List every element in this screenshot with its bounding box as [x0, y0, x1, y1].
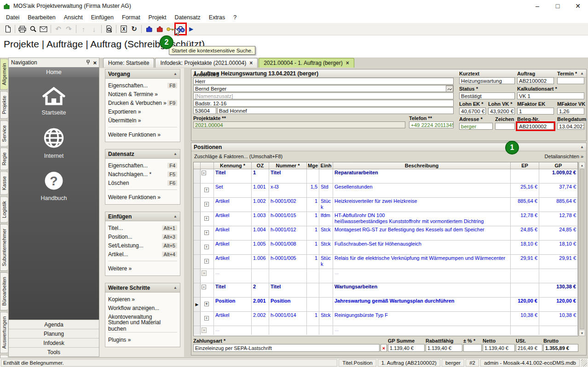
table-row[interactable]: ▶ + Set 1.001 x-l3 1,5 Std Gesellenstund… — [194, 184, 578, 198]
menu-item[interactable]: Extras — [205, 13, 229, 22]
module-tab[interactable]: Regie — [0, 148, 8, 170]
action-item[interactable]: Weitere » — [108, 264, 177, 273]
action-item[interactable]: Übermitteln » — [108, 116, 177, 125]
plugin-blue-icon[interactable] — [144, 24, 154, 34]
tree-toggle[interactable]: + — [201, 226, 214, 240]
tab-close-icon[interactable]: × — [249, 60, 253, 66]
close-button[interactable]: ✕ — [568, 0, 588, 12]
navigate-down-icon[interactable]: ↓ — [89, 24, 99, 34]
action-item[interactable]: Stunden und Material buchen — [108, 321, 177, 330]
clear-payment-icon[interactable]: × — [380, 344, 387, 352]
beleg-nr-field[interactable]: AB2100002 — [517, 123, 554, 130]
zeichen-field[interactable] — [495, 123, 515, 130]
termin-field[interactable] — [557, 77, 584, 84]
module-tab[interactable]: Büroarbeiten — [0, 272, 8, 310]
name-field[interactable]: Bernd Berger — [193, 85, 454, 92]
document-tab[interactable]: 2021.00004 - 1. Auftrag (berger) × — [259, 58, 354, 68]
col-gp[interactable]: GP — [539, 162, 578, 169]
action-item[interactable]: Nachschlagen... * F5 — [108, 170, 177, 178]
scroll-down-icon[interactable]: ▼ — [579, 330, 585, 336]
tree-toggle[interactable]: + — [201, 212, 214, 226]
tree-toggle[interactable]: + — [201, 241, 214, 254]
zip-field[interactable]: 53604 — [193, 107, 216, 114]
col-ep[interactable]: EP — [511, 162, 539, 169]
action-item[interactable]: Exportieren » — [108, 107, 177, 116]
kalkulationsart-field[interactable]: VK 1 — [517, 92, 584, 99]
scroll-up-icon[interactable]: ▲ — [579, 162, 585, 168]
adresse-field[interactable]: berger — [459, 123, 493, 130]
mfaktor-ek-field[interactable]: 1 — [517, 108, 554, 115]
document-search-icon[interactable] — [104, 24, 114, 34]
tree-toggle[interactable]: + — [201, 298, 214, 311]
module-tab[interactable]: Subunternehmer — [0, 224, 8, 271]
action-item[interactable]: Kopieren » — [108, 295, 177, 304]
table-scrollbar[interactable]: ▲ ▼ — [579, 162, 585, 336]
scrollbar-thumb[interactable] — [580, 169, 584, 329]
action-item[interactable]: Titel... Alt+1 — [108, 224, 177, 232]
table-row[interactable]: ▶ + Artikel 1.002 h-0001/002 1 Stück Hei… — [194, 198, 578, 212]
plugin-red-icon[interactable] — [155, 24, 164, 34]
table-row[interactable]: ▶ » ... ... — [194, 326, 578, 335]
table-row[interactable]: ▶ + Artikel 1.003 h-0001/015 1 lfdm HT-A… — [194, 212, 578, 226]
tab-close-icon[interactable]: × — [346, 60, 349, 66]
tree-toggle[interactable]: + — [201, 255, 214, 269]
mfaktor-vk-field[interactable]: 1,26 — [557, 108, 584, 115]
table-row[interactable]: ▶ + Artikel 2.002 h-0001/014 1 Stck Rein… — [194, 312, 578, 326]
projektakte-field[interactable]: 2021.00004 — [193, 121, 405, 128]
action-item[interactable]: Drucken & Verbuchen » F9 — [108, 98, 177, 107]
telefon-field[interactable]: +49 2224 2011345 — [409, 121, 454, 128]
col-beschreibung[interactable]: Beschreibung — [333, 162, 511, 169]
action-item[interactable]: Löschen F6 — [108, 178, 177, 187]
lohn-ek-field[interactable]: 40,6700 € — [459, 108, 486, 115]
prozent-field[interactable] — [463, 344, 482, 352]
tree-toggle[interactable]: + — [201, 312, 214, 326]
collapse-arrow-icon[interactable]: ▲ — [173, 214, 177, 218]
table-row[interactable]: ▶ − Titel 2 Titel Wartungsarbeiten 130,3… — [194, 283, 578, 298]
menu-item[interactable]: Format — [118, 13, 144, 22]
tree-toggle[interactable]: − — [201, 283, 214, 297]
nav-bottom-item[interactable]: Tools — [9, 347, 99, 356]
menu-item[interactable]: Einfügen — [87, 13, 118, 22]
minimize-button[interactable]: – — [527, 0, 548, 12]
action-item[interactable]: Plugins » — [108, 335, 177, 344]
menu-item[interactable]: Datei — [2, 13, 23, 22]
collapse-arrow-icon[interactable]: ▲ — [173, 72, 177, 76]
col-kennung[interactable]: Kennung * — [214, 162, 252, 169]
nav-bottom-item[interactable]: Agenda — [9, 320, 99, 329]
action-item[interactable]: Eigenschaften... F8 — [108, 81, 177, 90]
collapse-arrow-icon[interactable]: ▲ — [173, 152, 177, 156]
collapse-arrow-icon[interactable]: ▲ — [580, 145, 584, 149]
module-tab[interactable]: Kasse — [0, 172, 8, 195]
document-tab[interactable]: Home: Startseite × — [103, 58, 154, 68]
belegdatum-field[interactable]: 13.04.2021 — [557, 123, 584, 130]
key-lookup-icon[interactable] — [165, 24, 175, 34]
navigate-up-icon[interactable]: ↑ — [79, 24, 88, 34]
excel-export-icon[interactable]: X — [119, 24, 128, 34]
table-row[interactable]: ▶ + Artikel 1.004 h-0001/012 1 Stck Mont… — [194, 226, 578, 241]
menu-item[interactable]: Ansicht — [60, 13, 87, 22]
nav-shortcut[interactable]: Internet — [43, 127, 65, 159]
print-icon[interactable] — [17, 24, 27, 34]
refresh-icon[interactable]: ↻ — [129, 24, 139, 34]
name-suffix-field[interactable]: [Namenszusatz] — [193, 92, 454, 99]
menu-item[interactable]: ? — [229, 13, 241, 22]
module-tab[interactable]: Logistik — [0, 196, 8, 223]
close-icon[interactable]: × — [93, 59, 97, 66]
salutation-field[interactable]: Herr — [193, 78, 454, 85]
city-field[interactable]: Bad Honnef — [217, 107, 454, 114]
signature-edit-icon[interactable] — [446, 86, 453, 92]
tree-toggle[interactable]: » — [201, 326, 214, 335]
tree-toggle[interactable]: » — [201, 269, 214, 283]
tree-toggle[interactable]: + — [201, 184, 214, 197]
module-tab[interactable]: Auswertungen — [0, 312, 8, 353]
undo-icon[interactable]: ↶ — [53, 24, 63, 34]
action-item[interactable]: Workflow anzeigen... — [108, 304, 177, 312]
table-row[interactable]: ▶ + Position 2.001 Position Jahreswartun… — [194, 298, 578, 312]
action-item[interactable]: Set/Leistung... Alt+5 — [108, 241, 177, 250]
pin-icon[interactable] — [86, 60, 90, 66]
collapse-arrow-icon[interactable]: ▲ — [173, 286, 177, 290]
lohn-vk-field[interactable]: 43,9200 € — [488, 108, 515, 115]
resize-grip[interactable] — [581, 359, 587, 367]
detailansichten-link[interactable]: Detailansichten » — [545, 154, 583, 159]
col-mge[interactable]: Mge — [307, 162, 319, 169]
